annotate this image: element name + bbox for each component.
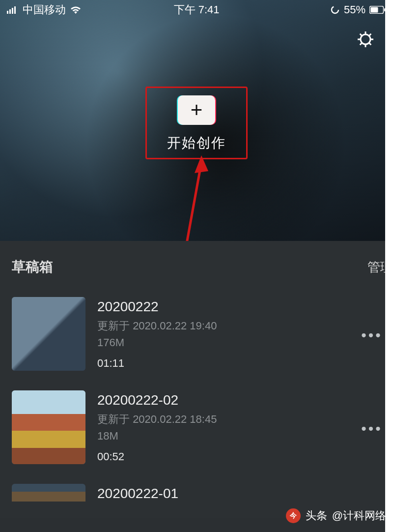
svg-line-14 [369,43,371,45]
draft-thumbnail [12,484,85,502]
draft-title: 20200222 [97,299,393,315]
svg-rect-1 [9,9,11,14]
ellipsis-icon: ••• [361,420,383,437]
status-left: 中国移动 [7,2,82,17]
watermark: 今 头条 @计科网络 [279,506,393,525]
app-screen: 中国移动 下午 7:41 55% [0,0,393,532]
svg-point-8 [361,34,370,44]
annotation-arrow-icon [172,152,241,241]
svg-rect-2 [12,8,13,14]
gear-icon [356,30,375,51]
drafts-section: 草稿箱 管理 20200222 更新于 2020.02.22 19:40 176… [0,241,393,518]
status-right: 55% [330,3,386,16]
svg-line-17 [182,162,201,241]
watermark-logo-icon: 今 [286,508,301,523]
draft-title: 20200222-01 [97,486,393,502]
draft-duration: 01:11 [97,357,393,370]
drafts-header: 草稿箱 管理 [0,241,393,290]
draft-list: 20200222 更新于 2020.02.22 19:40 176M 01:11… [0,290,393,518]
carrier-label: 中国移动 [23,2,66,17]
svg-line-13 [360,34,362,36]
crop-edge [385,0,393,532]
draft-updated: 更新于 2020.02.22 19:40 [97,319,393,333]
watermark-logo-text: 头条 [306,508,327,523]
signal-icon [7,6,19,14]
battery-icon [369,6,386,14]
more-button[interactable]: ••• [360,325,384,345]
start-create-label: 开始创作 [167,134,226,152]
create-block: + 开始创作 [167,95,226,152]
draft-meta: 20200222-02 更新于 2020.02.22 18:45 18M 00:… [97,390,393,463]
svg-line-16 [369,34,371,36]
watermark-handle: @计科网络 [332,508,386,523]
draft-thumbnail [12,390,85,464]
svg-marker-18 [195,155,208,173]
draft-duration: 00:52 [97,450,393,463]
drafts-title: 草稿箱 [12,258,53,276]
status-time: 下午 7:41 [174,2,220,17]
wifi-icon [70,5,82,14]
draft-title: 20200222-02 [97,392,393,408]
draft-meta: 20200222-01 [97,484,393,505]
draft-item[interactable]: 20200222-02 更新于 2020.02.22 18:45 18M 00:… [12,384,393,477]
loading-icon [330,5,340,15]
draft-size: 18M [97,430,393,443]
svg-rect-0 [7,11,8,14]
battery-percent: 55% [344,3,365,16]
draft-item[interactable]: 20200222 更新于 2020.02.22 19:40 176M 01:11… [12,290,393,384]
svg-rect-3 [14,6,16,14]
ellipsis-icon: ••• [361,327,383,344]
svg-line-15 [360,43,362,45]
svg-point-4 [332,6,338,13]
hero-banner: 中国移动 下午 7:41 55% [0,0,393,241]
svg-rect-6 [371,7,378,13]
draft-size: 176M [97,336,393,349]
draft-thumbnail [12,297,85,371]
draft-updated: 更新于 2020.02.22 18:45 [97,412,393,427]
more-button[interactable]: ••• [360,419,384,439]
start-create-button[interactable]: + [178,95,215,125]
plus-icon: + [191,98,203,122]
draft-meta: 20200222 更新于 2020.02.22 19:40 176M 01:11 [97,297,393,370]
status-bar: 中国移动 下午 7:41 55% [0,0,393,18]
settings-button[interactable] [355,30,376,51]
